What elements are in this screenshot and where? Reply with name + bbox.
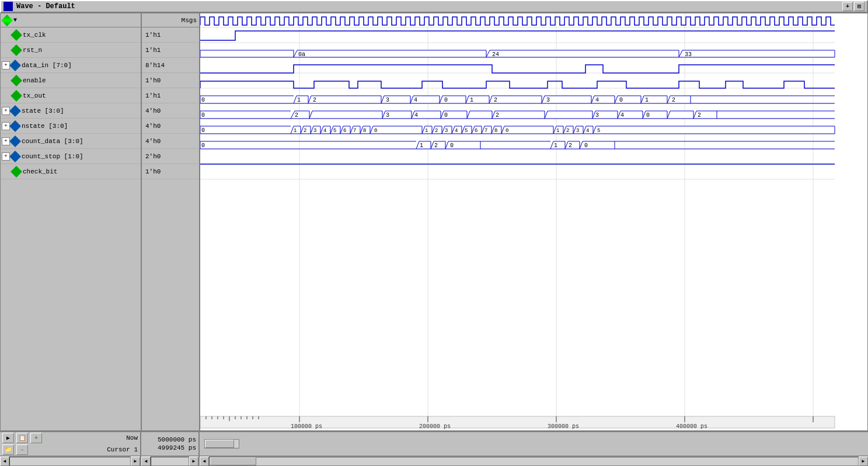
svg-text:1: 1 bbox=[470, 97, 473, 103]
waveform-area[interactable]: 0a 24 33 0 1 2 3 bbox=[200, 13, 867, 430]
svg-text:1: 1 bbox=[297, 97, 301, 103]
scroll-left-arrow-right[interactable]: ◀ bbox=[200, 457, 209, 466]
sim-icon-1[interactable]: ▶ bbox=[2, 433, 14, 443]
header-icon bbox=[1, 15, 13, 26]
svg-rect-17 bbox=[200, 50, 294, 57]
signal-icon-nstate bbox=[9, 120, 21, 132]
scroll-right-arrow-right[interactable]: ▶ bbox=[859, 457, 868, 466]
svg-text:6: 6 bbox=[343, 128, 346, 134]
signal-icon-enable bbox=[11, 75, 22, 86]
signal-row-state[interactable]: +state [3:0] bbox=[1, 103, 141, 119]
sim-icon-5[interactable]: - bbox=[16, 444, 28, 455]
signal-name-count_stop: count_stop [1:0] bbox=[22, 153, 140, 160]
svg-rect-0 bbox=[200, 13, 867, 430]
svg-text:0: 0 bbox=[646, 112, 650, 119]
svg-text:1: 1 bbox=[425, 128, 428, 134]
value-row-check_bit: 1'h0 bbox=[142, 164, 199, 179]
title-controls: + ⊞ bbox=[842, 2, 864, 11]
svg-text:1: 1 bbox=[645, 97, 649, 103]
scroll-right-track[interactable] bbox=[209, 457, 859, 466]
svg-marker-130 bbox=[593, 126, 835, 134]
scroll-left-arrow[interactable]: ◀ bbox=[0, 457, 9, 466]
svg-text:2: 2 bbox=[672, 97, 675, 103]
svg-marker-28 bbox=[294, 96, 308, 103]
svg-marker-38 bbox=[466, 96, 489, 103]
signal-name-count_data: count_data [3:0] bbox=[22, 138, 140, 145]
svg-text:5: 5 bbox=[465, 128, 468, 134]
svg-text:0: 0 bbox=[201, 127, 205, 134]
svg-text:0: 0 bbox=[201, 97, 205, 103]
scroll-right-arrow-mid[interactable]: ▶ bbox=[189, 457, 198, 466]
svg-marker-46 bbox=[615, 96, 641, 103]
svg-text:1: 1 bbox=[556, 128, 559, 134]
timeline-scroll[interactable] bbox=[204, 439, 239, 448]
svg-marker-68 bbox=[492, 111, 545, 119]
svg-text:0: 0 bbox=[619, 97, 623, 103]
svg-text:33: 33 bbox=[685, 51, 692, 58]
signal-name-nstate: nstate [3:0] bbox=[22, 123, 140, 130]
signal-row-count_data[interactable]: +count_data [3:0] bbox=[1, 134, 141, 149]
value-row-nstate: 4'h0 bbox=[142, 119, 199, 134]
signal-icon-check_bit bbox=[11, 166, 22, 178]
svg-text:200000 ps: 200000 ps bbox=[419, 423, 451, 430]
svg-text:1: 1 bbox=[294, 128, 297, 134]
svg-marker-70 bbox=[545, 111, 592, 119]
scroll-left-track[interactable] bbox=[9, 457, 131, 466]
signal-icon-rst_n bbox=[11, 44, 22, 56]
signal-icon-count_stop bbox=[9, 151, 21, 162]
signal-row-rst_n[interactable]: rst_n bbox=[1, 43, 141, 58]
scrollbar-row: ◀ ▶ ◀ ▶ ◀ ▶ bbox=[0, 455, 868, 466]
svg-text:4: 4 bbox=[455, 128, 458, 134]
svg-text:4: 4 bbox=[323, 128, 326, 134]
svg-marker-50 bbox=[667, 96, 691, 103]
svg-text:2: 2 bbox=[569, 142, 572, 149]
dropdown-arrow[interactable]: ▼ bbox=[13, 17, 17, 23]
signal-name-state: state [3:0] bbox=[22, 107, 140, 114]
svg-text:0: 0 bbox=[374, 128, 377, 134]
svg-text:0: 0 bbox=[444, 112, 448, 119]
signal-row-nstate[interactable]: +nstate [3:0] bbox=[1, 119, 141, 134]
svg-text:4: 4 bbox=[414, 97, 417, 103]
now-label: Now bbox=[126, 434, 138, 441]
svg-text:2: 2 bbox=[435, 128, 438, 134]
value-row-enable: 1'h0 bbox=[142, 73, 199, 88]
signal-row-count_stop[interactable]: +count_stop [1:0] bbox=[1, 149, 141, 164]
svg-text:5: 5 bbox=[333, 128, 336, 134]
svg-text:2: 2 bbox=[496, 112, 499, 119]
signal-name-tx_clk: tx_clk bbox=[23, 32, 140, 39]
svg-text:0: 0 bbox=[201, 142, 205, 149]
scroll-left-arrow-mid[interactable]: ◀ bbox=[141, 457, 151, 466]
app-icon bbox=[4, 2, 13, 11]
scroll-right-arrow-left[interactable]: ▶ bbox=[131, 457, 140, 466]
bottom-info: ▶ 📋 + Now 📁 - Cursor 1 5000000 ps 499924… bbox=[0, 432, 868, 455]
signal-icon-count_data bbox=[9, 135, 21, 147]
signal-icon-tx_clk bbox=[11, 29, 22, 41]
value-row-tx_out: 1'h1 bbox=[142, 88, 199, 103]
svg-text:2: 2 bbox=[698, 112, 701, 119]
svg-text:2: 2 bbox=[566, 128, 569, 134]
bottom-left: ▶ 📋 + Now 📁 - Cursor 1 bbox=[0, 432, 141, 455]
value-rows-container: 1'h11'h18'h141'h01'h14'h04'h04'h02'h01'h… bbox=[142, 27, 199, 179]
svg-text:1: 1 bbox=[420, 142, 423, 149]
signal-row-tx_out[interactable]: tx_out bbox=[1, 88, 141, 103]
signal-row-tx_clk[interactable]: tx_clk bbox=[1, 27, 141, 43]
svg-text:2: 2 bbox=[494, 97, 497, 103]
signal-row-data_in[interactable]: +data_in [7:0] bbox=[1, 58, 141, 73]
cursor-label: Cursor 1 bbox=[107, 446, 138, 453]
expand-button[interactable]: ⊞ bbox=[854, 2, 864, 11]
sim-icon-3[interactable]: + bbox=[30, 433, 42, 443]
svg-text:4: 4 bbox=[586, 128, 589, 134]
add-button[interactable]: + bbox=[842, 2, 853, 11]
now-value: 5000000 ps bbox=[158, 436, 196, 443]
svg-marker-120 bbox=[501, 126, 553, 134]
signal-row-enable[interactable]: enable bbox=[1, 73, 141, 88]
sim-icon-4[interactable]: 📁 bbox=[2, 444, 14, 455]
svg-marker-22 bbox=[679, 50, 835, 57]
scroll-mid-track[interactable] bbox=[151, 457, 189, 466]
sim-icon-2[interactable]: 📋 bbox=[16, 433, 28, 443]
signal-name-data_in: data_in [7:0] bbox=[22, 62, 140, 69]
value-row-data_in: 8'h14 bbox=[142, 58, 199, 73]
svg-text:3: 3 bbox=[445, 128, 448, 134]
signal-row-check_bit[interactable]: check_bit bbox=[1, 164, 141, 179]
bottom-bar: ▶ 📋 + Now 📁 - Cursor 1 5000000 ps 499924… bbox=[0, 431, 868, 466]
